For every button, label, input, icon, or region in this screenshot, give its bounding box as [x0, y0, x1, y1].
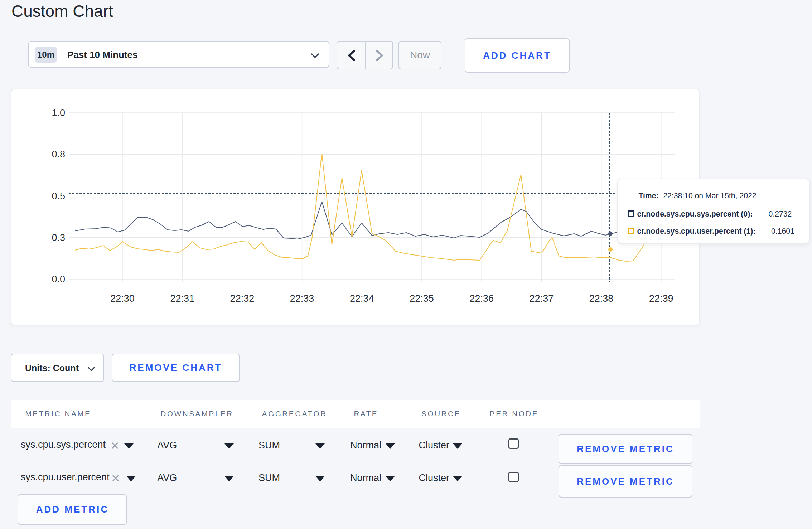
svg-text:22:34: 22:34: [350, 293, 374, 304]
svg-text:1.0: 1.0: [52, 107, 65, 118]
svg-text:22:35: 22:35: [410, 293, 434, 304]
svg-text:0.0: 0.0: [52, 274, 65, 285]
svg-text:0.5: 0.5: [52, 191, 65, 202]
svg-text:22:30: 22:30: [110, 293, 135, 304]
svg-text:22:37: 22:37: [530, 293, 554, 304]
svg-text:22:32: 22:32: [230, 293, 255, 304]
svg-text:22:38: 22:38: [589, 293, 614, 304]
svg-text:22:39: 22:39: [649, 293, 673, 304]
svg-text:0.3: 0.3: [52, 232, 65, 243]
svg-text:22:33: 22:33: [290, 293, 314, 304]
svg-text:22:36: 22:36: [469, 293, 494, 304]
svg-text:0.8: 0.8: [52, 149, 65, 160]
svg-text:22:31: 22:31: [170, 293, 194, 304]
